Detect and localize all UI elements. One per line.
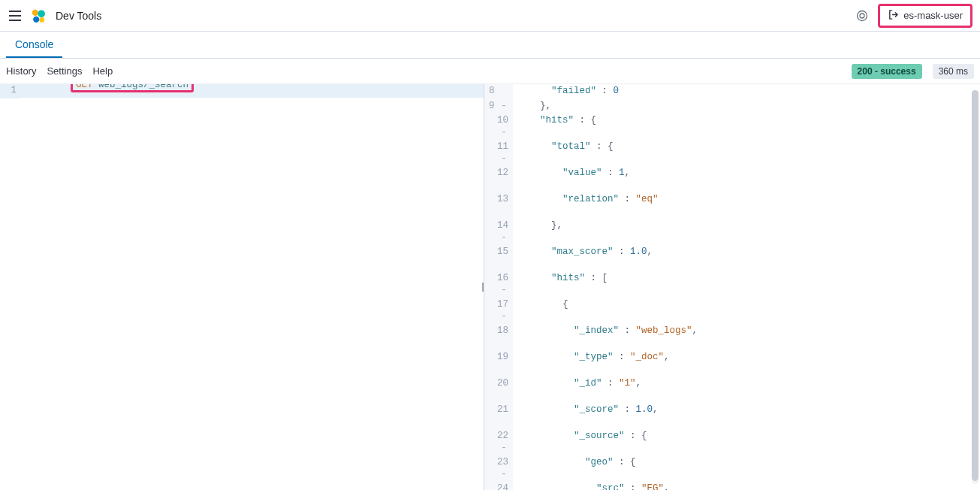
response-line: 15 "max_score" : 1.0, [484,245,980,271]
console-toolbar: History Settings Help 200 - success 360 … [0,59,980,84]
response-line: 13 "relation" : "eq" [484,192,980,219]
help-button[interactable]: Help [92,65,113,77]
latency-badge: 360 ms [933,64,974,79]
response-pane[interactable]: 8 "failed" : 09 - },10 - "hits" : {11 - … [484,84,980,490]
user-name: es-mask-user [903,10,963,21]
history-button[interactable]: History [6,65,36,77]
response-line: 18 "_index" : "web_logs", [484,324,980,350]
line-number: 17 - [484,298,513,324]
line-number: 16 - [484,271,513,298]
response-line: 24 "src" : "EG", [484,482,980,490]
response-line: 14 - }, [484,219,980,245]
header-title: Dev Tools [56,10,101,22]
response-line: 11 - "total" : { [484,140,980,166]
line-number: 1 [0,84,21,98]
line-number: 15 [484,245,513,271]
line-number: 14 - [484,219,513,245]
response-line: 9 - }, [484,99,980,114]
status-badge: 200 - success [852,64,922,79]
response-line: 17 - { [484,298,980,324]
line-number: 19 [484,350,513,377]
response-line: 10 - "hits" : { [484,113,980,140]
response-line: 8 "failed" : 0 [484,84,980,99]
response-line: 20 "_id" : "1", [484,377,980,403]
line-number: 23 - [484,455,513,482]
line-number: 8 [484,84,513,99]
help-icon[interactable] [851,5,873,27]
response-line: 12 "value" : 1, [484,166,980,192]
elastic-logo-icon[interactable] [30,8,47,24]
line-number: 12 [484,166,513,192]
logout-icon [888,9,899,23]
line-number: 20 [484,377,513,403]
menu-icon[interactable] [8,8,23,23]
app-header: Dev Tools es-mask-user [0,0,980,32]
line-number: 11 - [484,140,513,166]
request-pane[interactable]: 1 GET web_logs/_search [0,84,484,490]
svg-point-1 [38,10,45,17]
line-number: 9 - [484,99,513,114]
line-number: 10 - [484,113,513,140]
line-number: 24 [484,482,513,490]
response-line: 23 - "geo" : { [484,455,980,482]
request-method: GET [76,84,93,90]
svg-point-4 [858,11,867,20]
response-line: 19 "_type" : "_doc", [484,350,980,377]
line-number: 22 - [484,429,513,455]
user-menu[interactable]: es-mask-user [878,4,972,28]
tabs-bar: Console [0,32,980,59]
scrollbar-thumb[interactable] [972,90,978,481]
tab-console[interactable]: Console [6,32,62,58]
response-line: 22 - "_source" : { [484,429,980,455]
settings-button[interactable]: Settings [47,65,82,77]
request-text-highlight: GET web_logs/_search [71,84,194,92]
line-number: 18 [484,324,513,350]
svg-point-5 [860,14,864,18]
svg-point-2 [33,16,39,22]
pane-splitter[interactable]: || [481,281,483,292]
line-number: 13 [484,192,513,219]
response-line: 16 - "hits" : [ [484,271,980,298]
line-number: 21 [484,403,513,429]
svg-point-0 [32,9,38,15]
response-line: 21 "_score" : 1.0, [484,403,980,429]
request-path: web_logs/_search [98,84,188,90]
svg-point-3 [39,17,44,23]
workspace: 1 GET web_logs/_search || 8 "failed" : 0… [0,84,980,490]
request-line[interactable]: 1 GET web_logs/_search [0,84,484,98]
